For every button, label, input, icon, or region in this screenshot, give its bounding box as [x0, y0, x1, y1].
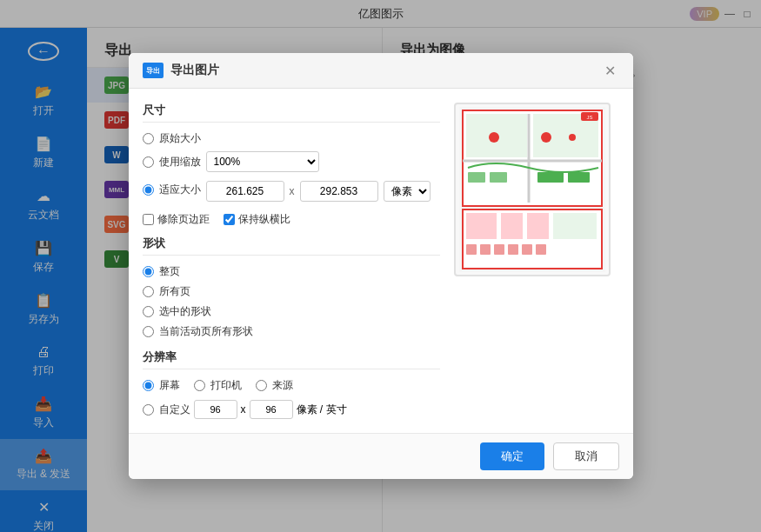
keep-ratio-label[interactable]: 保持纵横比: [224, 212, 290, 227]
svg-point-6: [489, 132, 499, 143]
dialog-header-icon: 导出: [143, 63, 164, 78]
size-x-separator: x: [290, 185, 295, 197]
res-separator: x: [241, 403, 246, 416]
svg-rect-12: [568, 172, 590, 183]
height-input[interactable]: [300, 181, 378, 202]
svg-rect-19: [480, 244, 491, 255]
res-unit: 像素 / 英寸: [297, 402, 347, 417]
dialog-close-button[interactable]: ✕: [602, 62, 619, 79]
resolution-section-title: 分辨率: [143, 349, 440, 369]
radio-custom[interactable]: 自定义: [143, 402, 190, 417]
svg-rect-21: [508, 244, 518, 255]
svg-rect-11: [537, 172, 564, 183]
dialog-settings: 尺寸 原始大小 使用缩放 100% 适应大: [143, 103, 440, 419]
dialog-preview: JS: [454, 103, 619, 419]
radio-allshapes[interactable]: 所有页: [143, 284, 440, 299]
radio-currentpage-input[interactable]: [143, 326, 154, 337]
radio-screen-input[interactable]: [143, 380, 154, 391]
radio-custom-input[interactable]: [143, 404, 154, 416]
res-y-input[interactable]: [250, 400, 293, 419]
cancel-button[interactable]: 取消: [553, 442, 619, 470]
radio-selected[interactable]: 选中的形状: [143, 304, 440, 319]
export-dialog: 导出 导出图片 ✕ 尺寸 原始大小 使用缩放: [129, 53, 633, 479]
svg-rect-23: [536, 244, 546, 255]
radio-original[interactable]: 原始大小: [143, 131, 440, 146]
custom-resolution-row: 自定义 x 像素 / 英寸: [143, 400, 440, 419]
keep-ratio-checkbox[interactable]: [224, 214, 235, 225]
svg-rect-16: [527, 213, 549, 239]
dialog-header: 导出 导出图片 ✕: [129, 53, 633, 89]
radio-zoom-input[interactable]: [143, 156, 154, 168]
radio-fullpage-input[interactable]: [143, 266, 154, 277]
confirm-button[interactable]: 确定: [480, 442, 544, 470]
radio-original-input[interactable]: [143, 133, 154, 144]
res-x-input[interactable]: [194, 400, 237, 419]
resolution-radios: 屏幕 打印机 来源: [143, 378, 440, 393]
zoom-select[interactable]: 100%: [206, 151, 319, 172]
shape-radio-group: 整页 所有页 选中的形状 当前活动页所有形状: [143, 264, 440, 339]
svg-rect-9: [468, 172, 485, 183]
dialog-title: 导出 导出图片: [143, 63, 219, 78]
unit-select[interactable]: 像素: [384, 181, 431, 202]
preview-box: JS: [454, 103, 611, 276]
dialog-footer: 确定 取消: [129, 433, 633, 479]
svg-point-8: [569, 134, 576, 141]
radio-printer[interactable]: 打印机: [194, 378, 242, 393]
shape-section-title: 形状: [143, 236, 440, 256]
radio-selected-input[interactable]: [143, 306, 154, 317]
svg-rect-22: [522, 244, 532, 255]
radio-currentpage[interactable]: 当前活动页所有形状: [143, 324, 440, 339]
map-preview-svg: JS: [459, 107, 605, 272]
svg-rect-10: [490, 172, 507, 183]
svg-rect-14: [466, 213, 497, 239]
radio-printer-input[interactable]: [194, 380, 205, 391]
svg-text:JS: JS: [586, 115, 592, 120]
size-row: x 像素: [206, 181, 431, 202]
size-section-title: 尺寸: [143, 103, 440, 123]
remove-margin-label[interactable]: 修除页边距: [143, 212, 210, 227]
checkbox-row: 修除页边距 保持纵横比: [143, 212, 440, 227]
radio-screen[interactable]: 屏幕: [143, 378, 180, 393]
radio-fullpage[interactable]: 整页: [143, 264, 440, 279]
radio-source-input[interactable]: [256, 380, 267, 391]
width-input[interactable]: [206, 181, 284, 202]
radio-zoom[interactable]: 使用缩放 100%: [143, 151, 440, 172]
remove-margin-checkbox[interactable]: [143, 214, 154, 225]
svg-rect-18: [466, 244, 477, 255]
svg-rect-15: [501, 213, 523, 239]
svg-rect-17: [553, 213, 597, 239]
size-radio-group: 原始大小 使用缩放 100% 适应大小 x: [143, 131, 440, 202]
radio-source[interactable]: 来源: [256, 378, 293, 393]
modal-overlay: 导出 导出图片 ✕ 尺寸 原始大小 使用缩放: [0, 0, 761, 532]
svg-point-7: [541, 132, 551, 143]
radio-allshapes-input[interactable]: [143, 286, 154, 297]
dialog-body: 尺寸 原始大小 使用缩放 100% 适应大: [129, 89, 633, 433]
svg-rect-20: [494, 244, 504, 255]
radio-fit[interactable]: 适应大小 x 像素: [143, 177, 440, 202]
radio-fit-input[interactable]: [143, 184, 154, 196]
